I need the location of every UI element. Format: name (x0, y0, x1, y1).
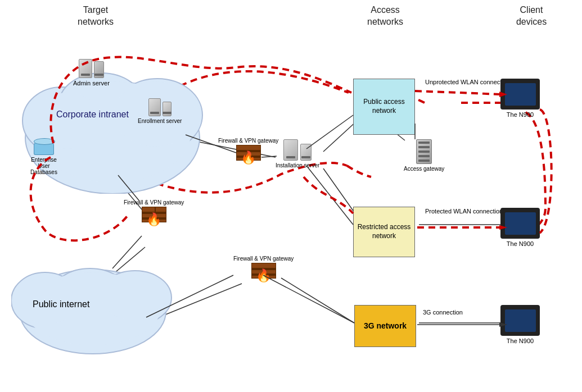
device-n900-1: The N900 (500, 79, 540, 118)
firewall-vpn-1: Firewall & VPN gateway 🔥 (124, 199, 184, 222)
corporate-intranet-label: Corporate intranet (56, 110, 129, 120)
admin-server: Admin server (73, 59, 110, 86)
installation-server: Installation server (276, 139, 319, 168)
svg-line-36 (263, 275, 354, 323)
firewall-vpn-1-label: Firewall & VPN gateway (124, 199, 184, 206)
network-3g: 3G network (354, 305, 416, 347)
installation-server-label: Installation server (276, 162, 319, 168)
device-1-label: The N900 (507, 111, 534, 118)
header-target-networks: Target networks (34, 4, 157, 28)
access-gateway: Access gateway (404, 139, 444, 172)
3g-connection-label: 3G connection (423, 309, 463, 316)
db-icon (34, 140, 54, 155)
diagram-container: Target networks Access networks Client d… (0, 0, 582, 392)
svg-line-10 (323, 168, 357, 216)
svg-line-31 (306, 166, 353, 225)
svg-line-5 (281, 278, 354, 323)
enterprise-db-label: Enterprise User Databases (27, 157, 61, 175)
firewall-vpn-2-label: Firewall & VPN gateway (218, 138, 278, 144)
firewall-vpn-2: Firewall & VPN gateway 🔥 (218, 138, 278, 161)
enrollment-server-label: Enrollment server (138, 118, 182, 124)
restricted-access-network: Restricted access network (353, 207, 415, 257)
unprotected-wlan-label: Unprotected WLAN connection (425, 79, 510, 85)
access-gateway-label: Access gateway (404, 166, 444, 172)
enterprise-db: Enterprise User Databases (27, 140, 61, 175)
firewall-vpn-3-label: Firewall & VPN gateway (233, 256, 294, 262)
gateway-icon (416, 139, 432, 164)
device-3-label: The N900 (507, 338, 534, 344)
device-n900-3: The N900 (500, 305, 540, 344)
enrollment-server: Enrollment server (138, 98, 182, 124)
header-client-devices: Client devices (489, 4, 574, 28)
device-n900-2: The N900 (500, 208, 540, 247)
device-icon-2 (500, 208, 540, 239)
header-access-networks: Access networks (337, 4, 433, 28)
public-internet-label: Public internet (33, 299, 89, 309)
svg-line-9 (323, 121, 357, 152)
svg-point-27 (102, 273, 166, 320)
protected-wlan-label: Protected WLAN connection (425, 208, 503, 215)
device-2-label: The N900 (507, 240, 534, 247)
device-icon-1 (500, 79, 540, 110)
firewall-vpn-3: Firewall & VPN gateway 🔥 (233, 256, 294, 279)
admin-server-label: Admin server (73, 80, 110, 86)
device-icon-3 (500, 305, 540, 336)
public-access-network: Public access network (353, 79, 415, 135)
